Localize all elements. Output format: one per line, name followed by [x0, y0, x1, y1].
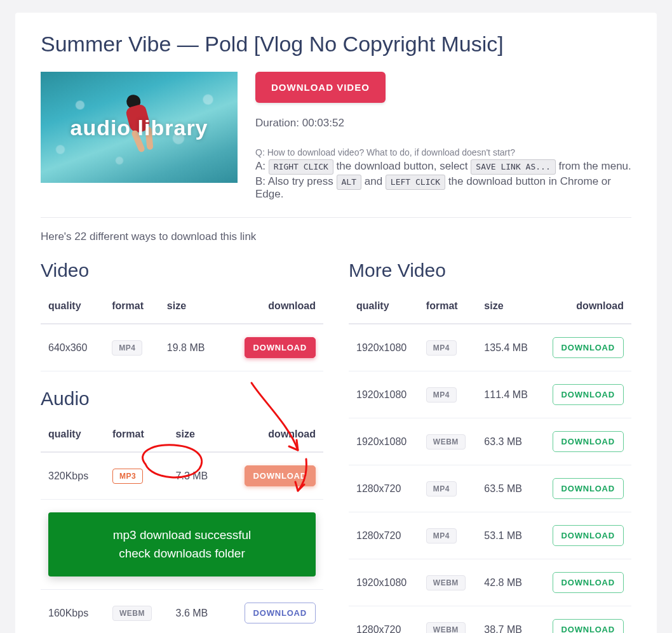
cell-format: MP4 [419, 371, 477, 418]
cell-quality: 640x360 [41, 324, 104, 371]
col-size: size [159, 290, 222, 324]
download-button[interactable]: DOWNLOAD [553, 572, 624, 593]
section-heading-audio: Audio [41, 388, 323, 410]
col-download: download [223, 418, 323, 452]
format-badge: WEBM [426, 434, 466, 450]
table-row: 1920x1080 MP4 111.4 MB DOWNLOAD [349, 371, 631, 418]
format-badge: MP4 [426, 528, 457, 543]
col-download: download [539, 290, 631, 324]
success-line-1: mp3 download successful [62, 526, 302, 545]
cell-size: 135.4 MB [476, 324, 539, 371]
cell-size: 3.6 MB [168, 590, 223, 634]
col-format: format [105, 418, 168, 452]
page-title: Summer Vibe — Pold [Vlog No Copyright Mu… [41, 32, 631, 57]
cell-size: 53.1 MB [476, 512, 539, 559]
cell-quality: 1920x1080 [349, 324, 419, 371]
table-row: 1920x1080 WEBM 42.8 MB DOWNLOAD [349, 559, 631, 606]
ways-count-lead: Here's 22 different ways to download thi… [41, 230, 631, 243]
cell-quality: 1920x1080 [349, 559, 419, 606]
format-badge: WEBM [112, 606, 152, 621]
kbd-save-link-as: SAVE LINK AS... [471, 159, 555, 175]
download-button[interactable]: DOWNLOAD [245, 603, 316, 623]
faq-answer-b: B: Also try press ALT and LEFT CLICK the… [255, 175, 631, 201]
cell-format: WEBM [419, 606, 477, 634]
download-button[interactable]: DOWNLOAD [553, 525, 624, 546]
table-row: 1280x720 MP4 63.5 MB DOWNLOAD [349, 465, 631, 512]
cell-size: 38.7 MB [476, 606, 539, 634]
section-heading-more-video: More Video [349, 260, 631, 281]
col-quality: quality [41, 290, 104, 324]
thumbnail-overlay-text: audio library [41, 115, 238, 140]
kbd-left-click: LEFT CLICK [386, 175, 445, 190]
cell-format: MP4 [104, 324, 159, 371]
cell-format: MP4 [419, 512, 477, 559]
table-row: mp3 download successful check downloads … [41, 500, 323, 590]
cell-quality: 1920x1080 [349, 371, 419, 418]
cell-quality: 1280x720 [349, 465, 419, 512]
video-thumbnail[interactable]: audio library [41, 72, 238, 183]
download-button[interactable]: DOWNLOAD [553, 619, 624, 633]
col-format: format [104, 290, 159, 324]
col-quality: quality [41, 418, 105, 452]
cell-quality: 1280x720 [349, 512, 419, 559]
download-button[interactable]: DOWNLOAD [245, 465, 316, 486]
cell-format: WEBM [419, 559, 477, 606]
download-button[interactable]: DOWNLOAD [553, 337, 624, 358]
format-badge: MP3 [112, 469, 143, 484]
download-video-button[interactable]: DOWNLOAD VIDEO [255, 72, 386, 103]
cell-size: 7.3 MB [168, 452, 223, 500]
faq-question: Q: How to download video? What to do, if… [255, 147, 631, 157]
download-button[interactable]: DOWNLOAD [245, 337, 316, 358]
cell-quality: 320Kbps [41, 452, 105, 500]
duration-label: Duration: 00:03:52 [255, 117, 631, 130]
cell-size: 111.4 MB [476, 371, 539, 418]
cell-format: WEBM [419, 418, 477, 465]
cell-size: 42.8 MB [476, 559, 539, 606]
format-badge: MP4 [426, 340, 457, 356]
format-badge: MP4 [112, 340, 142, 356]
col-format: format [419, 290, 477, 324]
table-row: 1920x1080 WEBM 63.3 MB DOWNLOAD [349, 418, 631, 465]
cell-format: MP4 [419, 324, 477, 371]
col-download: download [222, 290, 323, 324]
col-size: size [476, 290, 539, 324]
download-button[interactable]: DOWNLOAD [553, 431, 624, 452]
cell-size: 63.5 MB [476, 465, 539, 512]
table-row: 320Kbps MP3 7.3 MB DOWNLOAD [41, 452, 323, 500]
video-table: quality format size download 640x360 MP4… [41, 290, 323, 371]
cell-size: 19.8 MB [159, 324, 222, 371]
kbd-alt: ALT [337, 175, 361, 190]
cell-format: MP3 [105, 452, 168, 500]
more-video-table: quality format size download 1920x1080 M… [349, 290, 631, 633]
col-quality: quality [349, 290, 419, 324]
table-row: 1920x1080 MP4 135.4 MB DOWNLOAD [349, 324, 631, 371]
format-badge: WEBM [426, 622, 466, 634]
kbd-right-click: RIGHT CLICK [269, 159, 333, 175]
download-button[interactable]: DOWNLOAD [553, 478, 624, 499]
format-badge: WEBM [426, 575, 466, 590]
audio-table: quality format size download 320Kbps MP3… [41, 418, 323, 633]
download-success-banner: mp3 download successful check downloads … [48, 512, 316, 576]
cell-quality: 1280x720 [349, 606, 419, 634]
cell-quality: 1920x1080 [349, 418, 419, 465]
format-badge: MP4 [426, 387, 457, 403]
table-row: 160Kbps WEBM 3.6 MB DOWNLOAD [41, 590, 323, 634]
table-row: 1280x720 WEBM 38.7 MB DOWNLOAD [349, 606, 631, 634]
cell-quality: 160Kbps [41, 590, 105, 634]
cell-format: MP4 [419, 465, 477, 512]
download-button[interactable]: DOWNLOAD [553, 384, 624, 405]
table-row: 640x360 MP4 19.8 MB DOWNLOAD [41, 324, 323, 371]
cell-format: WEBM [105, 590, 168, 634]
faq-answer-a: A: RIGHT CLICK the download button, sele… [255, 160, 631, 173]
success-line-2: check downloads folder [62, 545, 302, 563]
cell-size: 63.3 MB [476, 418, 539, 465]
section-heading-video: Video [41, 260, 323, 281]
format-badge: MP4 [426, 481, 457, 496]
table-row: 1280x720 MP4 53.1 MB DOWNLOAD [349, 512, 631, 559]
col-size: size [168, 418, 223, 452]
